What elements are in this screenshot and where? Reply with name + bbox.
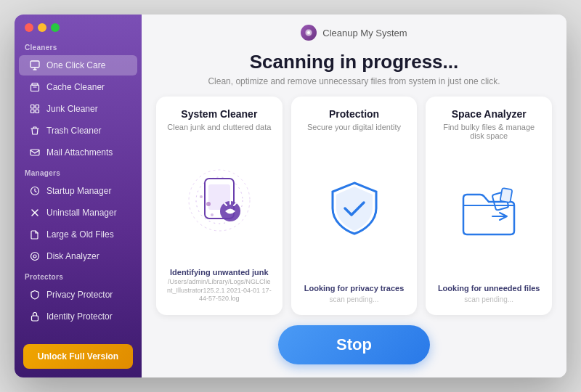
cards-area: System Cleaner Clean junk and cluttered … xyxy=(142,97,566,315)
space-analyzer-title: Space Analyzer xyxy=(452,108,527,120)
sidebar-label-startup-manager: Startup Manager xyxy=(46,186,111,196)
sidebar-label-junk-cleaner: Junk Cleaner xyxy=(46,104,98,114)
main-content: Cleanup My System Scanning in progress..… xyxy=(142,15,566,377)
fullscreen-button[interactable] xyxy=(51,23,60,32)
disk-icon xyxy=(29,250,41,262)
startup-icon xyxy=(29,185,41,197)
lock-icon xyxy=(29,311,41,322)
sidebar-label-trash-cleaner: Trash Cleaner xyxy=(46,126,102,136)
sidebar-label-large-old-files: Large & Old Files xyxy=(46,229,114,240)
sidebar: Cleaners One Click Care Cache Cleaner xyxy=(15,15,142,377)
space-analyzer-pending: scan pending... xyxy=(464,295,513,303)
protectors-section-label: Protectors xyxy=(15,267,142,284)
svg-point-12 xyxy=(31,253,39,261)
svg-rect-9 xyxy=(36,110,39,113)
uninstall-icon xyxy=(29,207,41,219)
sidebar-item-startup-manager[interactable]: Startup Manager xyxy=(19,181,137,201)
protection-title: Protection xyxy=(329,108,379,120)
sidebar-item-cache-cleaner[interactable]: Cache Cleaner xyxy=(19,77,137,97)
system-cleaner-illustration xyxy=(166,139,272,262)
app-header: Cleanup My System xyxy=(142,15,566,46)
system-cleaner-card: System Cleaner Clean junk and cluttered … xyxy=(156,97,283,315)
sidebar-item-one-click-care[interactable]: One Click Care xyxy=(19,55,137,75)
svg-point-26 xyxy=(211,213,214,216)
space-analyzer-subtitle: Find bulky files & manage disk space xyxy=(436,123,542,140)
mail-icon xyxy=(29,147,41,158)
sidebar-item-disk-analyzer[interactable]: Disk Analyzer xyxy=(19,246,137,266)
grid-icon xyxy=(29,103,41,115)
stop-button-area: Stop xyxy=(142,315,566,377)
sidebar-item-mail-attachments[interactable]: Mail Attachments xyxy=(19,142,137,163)
sidebar-label-disk-analyzer: Disk Analyzer xyxy=(46,251,99,261)
system-cleaner-path: /Users/admin/Library/Logs/NGLClient_Illu… xyxy=(166,278,272,303)
sidebar-label-one-click-care: One Click Care xyxy=(46,60,105,70)
system-cleaner-title: System Cleaner xyxy=(181,108,257,120)
sidebar-item-trash-cleaner[interactable]: Trash Cleaner xyxy=(19,121,137,141)
svg-rect-8 xyxy=(31,110,35,113)
close-button[interactable] xyxy=(25,23,33,32)
protection-card: Protection Secure your digital identity … xyxy=(291,97,418,315)
svg-rect-14 xyxy=(32,316,38,321)
svg-point-27 xyxy=(200,195,203,198)
system-cleaner-status: Identifying unwanted junk xyxy=(170,268,269,277)
svg-rect-3 xyxy=(31,85,39,91)
protection-status: Looking for privacy traces xyxy=(304,284,405,293)
space-analyzer-illustration xyxy=(436,147,542,278)
svg-rect-6 xyxy=(31,105,35,109)
box-icon xyxy=(29,81,41,93)
shield-icon xyxy=(29,289,41,301)
sidebar-item-privacy-protector[interactable]: Privacy Protector xyxy=(19,285,137,305)
svg-rect-4 xyxy=(32,83,38,86)
protection-pending: scan pending... xyxy=(330,295,379,303)
sidebar-label-identity-protector: Identity Protector xyxy=(46,311,113,322)
app-window: Cleaners One Click Care Cache Cleaner xyxy=(15,15,566,377)
sidebar-item-identity-protector[interactable]: Identity Protector xyxy=(19,306,137,327)
svg-rect-7 xyxy=(36,105,39,109)
svg-rect-29 xyxy=(500,188,513,203)
monitor-icon xyxy=(29,60,41,71)
sidebar-item-uninstall-manager[interactable]: Uninstall Manager xyxy=(19,203,137,223)
protection-illustration xyxy=(301,139,407,278)
svg-point-16 xyxy=(307,31,310,34)
scan-title: Scanning in progress... xyxy=(142,46,566,76)
sidebar-item-large-old-files[interactable]: Large & Old Files xyxy=(19,224,137,245)
app-logo xyxy=(301,25,317,41)
sidebar-label-cache-cleaner: Cache Cleaner xyxy=(46,82,105,92)
space-analyzer-card: Space Analyzer Find bulky files & manage… xyxy=(426,97,552,315)
minimize-button[interactable] xyxy=(38,23,46,32)
files-icon xyxy=(29,229,41,240)
svg-rect-10 xyxy=(31,150,39,155)
app-title-text: Cleanup My System xyxy=(322,28,407,38)
sidebar-label-mail-attachments: Mail Attachments xyxy=(46,147,113,158)
sidebar-item-junk-cleaner[interactable]: Junk Cleaner xyxy=(19,99,137,119)
svg-point-13 xyxy=(33,255,36,258)
cleaners-section-label: Cleaners xyxy=(15,38,142,54)
system-cleaner-subtitle: Clean junk and cluttered data xyxy=(167,123,271,131)
stop-button[interactable]: Stop xyxy=(278,325,430,364)
unlock-full-version-button[interactable]: Unlock Full Version xyxy=(23,344,133,369)
scan-subtitle: Clean, optimize and remove unnecessary f… xyxy=(142,76,566,97)
traffic-lights xyxy=(15,15,142,38)
managers-section-label: Managers xyxy=(15,163,142,180)
sidebar-label-uninstall-manager: Uninstall Manager xyxy=(46,208,117,218)
protection-subtitle: Secure your digital identity xyxy=(307,123,401,131)
trash-icon xyxy=(29,125,41,136)
space-analyzer-status: Looking for unneeded files xyxy=(438,284,540,293)
svg-rect-0 xyxy=(31,61,39,68)
svg-point-25 xyxy=(206,202,211,206)
sidebar-label-privacy-protector: Privacy Protector xyxy=(46,290,113,300)
